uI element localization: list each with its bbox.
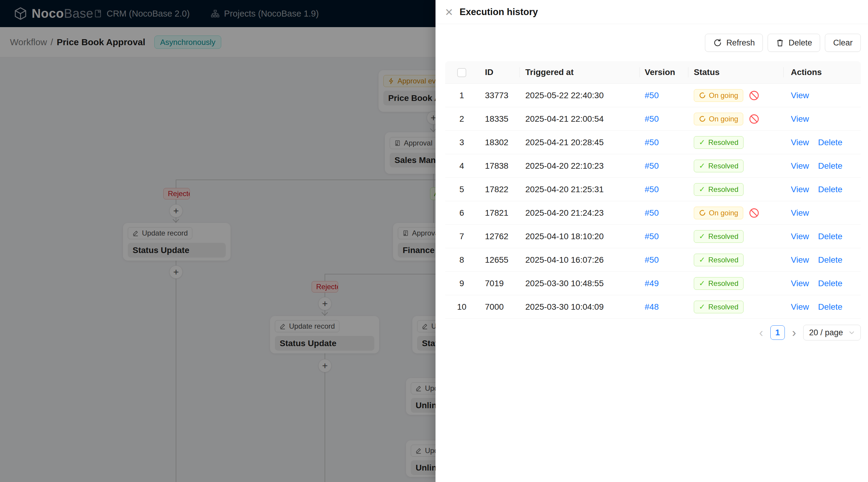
check-icon: ✓ [699, 161, 705, 170]
execution-id: 18335 [485, 114, 508, 124]
next-page-icon[interactable]: › [792, 327, 796, 339]
execution-table: ID Triggered at Version Status Actions 1… [445, 61, 861, 319]
table-row: 7 12762 2025-04-10 18:10:20 #50 ✓ Resolv… [445, 225, 861, 248]
cancel-execution-icon[interactable] [749, 207, 760, 218]
status-badge: ✓ Resolved [694, 136, 744, 149]
delete-link[interactable]: Delete [818, 232, 842, 241]
version-link[interactable]: #50 [645, 185, 659, 194]
version-link[interactable]: #50 [645, 114, 659, 124]
view-link[interactable]: View [791, 279, 809, 288]
execution-id: 17822 [485, 185, 508, 194]
table-row: 3 18302 2025-04-21 20:28:45 #50 ✓ Resolv… [445, 131, 861, 154]
view-link[interactable]: View [791, 208, 809, 218]
pagination: ‹ 1 › 20 / page [445, 325, 861, 341]
page-size-select[interactable]: 20 / page [803, 325, 861, 341]
trash-icon [776, 38, 784, 47]
view-link[interactable]: View [791, 138, 809, 147]
status-badge: On going [694, 207, 743, 219]
view-link[interactable]: View [791, 255, 809, 264]
triggered-at: 2025-04-10 16:07:26 [525, 255, 604, 264]
table-header-row: ID Triggered at Version Status Actions [445, 61, 861, 84]
delete-link[interactable]: Delete [818, 185, 842, 194]
delete-button[interactable]: Delete [768, 34, 820, 52]
row-index[interactable]: 1 [459, 91, 464, 100]
triggered-at: 2025-04-21 22:00:54 [525, 114, 604, 124]
status-badge: ✓ Resolved [694, 183, 744, 196]
loading-icon [699, 116, 706, 122]
refresh-button[interactable]: Refresh [705, 34, 763, 52]
row-index[interactable]: 10 [457, 302, 466, 312]
column-header-triggered-at: Triggered at [520, 61, 640, 84]
row-index[interactable]: 6 [459, 208, 464, 218]
row-index[interactable]: 8 [459, 255, 464, 264]
triggered-at: 2025-04-20 22:10:23 [525, 161, 604, 170]
view-link[interactable]: View [791, 114, 809, 124]
row-index[interactable]: 2 [459, 114, 464, 124]
execution-id: 12655 [485, 255, 508, 264]
prev-page-icon[interactable]: ‹ [759, 327, 763, 339]
execution-id: 7000 [485, 302, 504, 312]
version-link[interactable]: #50 [645, 138, 659, 147]
chevron-down-icon [848, 329, 855, 336]
status-badge: ✓ Resolved [694, 301, 744, 313]
check-icon: ✓ [699, 255, 705, 264]
delete-link[interactable]: Delete [818, 161, 842, 170]
triggered-at: 2025-03-30 10:04:09 [525, 302, 604, 312]
triggered-at: 2025-04-21 20:28:45 [525, 138, 604, 147]
check-icon: ✓ [699, 232, 705, 241]
version-link[interactable]: #50 [645, 255, 659, 264]
loading-icon [699, 210, 706, 216]
row-index[interactable]: 5 [459, 185, 464, 194]
version-link[interactable]: #49 [645, 279, 659, 288]
table-row: 1 33773 2025-05-22 22:40:30 #50 On going [445, 84, 861, 107]
view-link[interactable]: View [791, 302, 809, 312]
version-link[interactable]: #50 [645, 232, 659, 241]
row-index[interactable]: 3 [459, 138, 464, 147]
refresh-icon [713, 38, 722, 47]
execution-id: 17821 [485, 208, 508, 218]
loading-icon [699, 92, 706, 99]
check-icon: ✓ [699, 185, 705, 194]
check-icon: ✓ [699, 138, 705, 147]
drawer-header: × Execution history [435, 0, 868, 24]
version-link[interactable]: #50 [645, 208, 659, 218]
delete-link[interactable]: Delete [818, 279, 842, 288]
row-index[interactable]: 9 [459, 279, 464, 288]
delete-link[interactable]: Delete [818, 302, 842, 312]
column-header-version: Version [640, 61, 688, 84]
triggered-at: 2025-04-20 21:24:23 [525, 208, 604, 218]
table-row: 9 7019 2025-03-30 10:48:55 #49 ✓ Resolve… [445, 272, 861, 295]
status-badge: ✓ Resolved [694, 160, 744, 172]
table-row: 8 12655 2025-04-10 16:07:26 #50 ✓ Resolv… [445, 248, 861, 272]
execution-id: 33773 [485, 91, 508, 100]
status-badge: ✓ Resolved [694, 277, 744, 290]
check-icon: ✓ [699, 302, 705, 311]
triggered-at: 2025-04-20 21:25:31 [525, 185, 604, 194]
status-badge: ✓ Resolved [694, 230, 744, 243]
execution-id: 12762 [485, 232, 508, 241]
status-badge: ✓ Resolved [694, 254, 744, 266]
version-link[interactable]: #50 [645, 91, 659, 100]
view-link[interactable]: View [791, 161, 809, 170]
row-index[interactable]: 4 [459, 161, 464, 170]
clear-button[interactable]: Clear [825, 34, 861, 52]
page-number-button[interactable]: 1 [770, 325, 785, 340]
version-link[interactable]: #48 [645, 302, 659, 312]
delete-link[interactable]: Delete [818, 255, 842, 264]
cancel-execution-icon[interactable] [749, 114, 760, 124]
close-icon[interactable]: × [445, 6, 453, 18]
version-link[interactable]: #50 [645, 161, 659, 170]
select-all-checkbox[interactable] [457, 68, 466, 77]
row-index[interactable]: 7 [459, 232, 464, 241]
table-row: 5 17822 2025-04-20 21:25:31 #50 ✓ Resolv… [445, 178, 861, 201]
view-link[interactable]: View [791, 185, 809, 194]
cancel-execution-icon[interactable] [749, 90, 760, 101]
table-row: 6 17821 2025-04-20 21:24:23 #50 On going [445, 201, 861, 225]
status-badge: On going [694, 89, 743, 102]
delete-link[interactable]: Delete [818, 138, 842, 147]
execution-id: 18302 [485, 138, 508, 147]
view-link[interactable]: View [791, 91, 809, 100]
execution-history-drawer: × Execution history Refresh Delete Clear [435, 0, 868, 482]
view-link[interactable]: View [791, 232, 809, 241]
column-header-status: Status [688, 61, 784, 84]
